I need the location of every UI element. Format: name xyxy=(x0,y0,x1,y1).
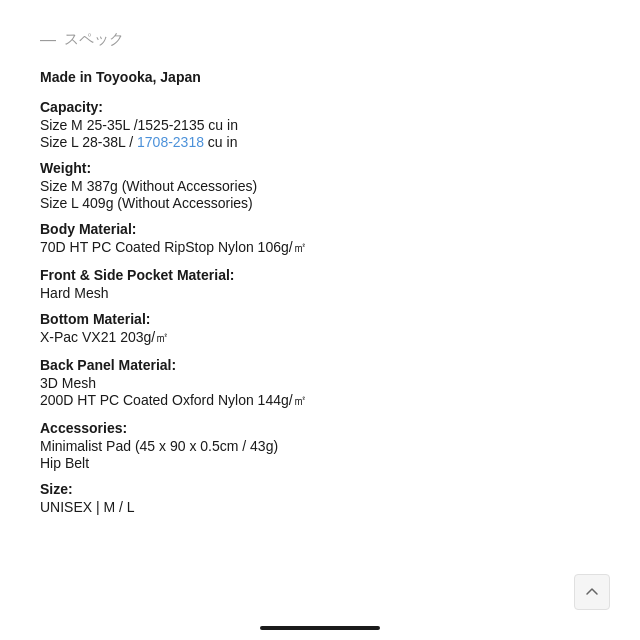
bottom-bar xyxy=(260,626,380,630)
body-material-label: Body Material: xyxy=(40,221,600,237)
body-material-value: 70D HT PC Coated RipStop Nylon 106g/㎡ xyxy=(40,239,600,257)
section-header: — スペック xyxy=(40,30,600,49)
size-label: Size: xyxy=(40,481,600,497)
made-in: Made in Toyooka, Japan xyxy=(40,69,600,85)
back-panel-value1: 3D Mesh xyxy=(40,375,600,391)
accessories-label: Accessories: xyxy=(40,420,600,436)
capacity-size-m: Size M 25-35L /1525-2135 cu in xyxy=(40,117,600,133)
section-title: スペック xyxy=(64,30,124,49)
weight-block: Weight: Size M 387g (Without Accessories… xyxy=(40,160,600,211)
weight-size-m: Size M 387g (Without Accessories) xyxy=(40,178,600,194)
capacity-size-l-prefix: Size L 28-38L / xyxy=(40,134,137,150)
bottom-material-value: X-Pac VX21 203g/㎡ xyxy=(40,329,600,347)
back-panel-block: Back Panel Material: 3D Mesh 200D HT PC … xyxy=(40,357,600,410)
accessories-block: Accessories: Minimalist Pad (45 x 90 x 0… xyxy=(40,420,600,471)
scroll-to-top-button[interactable] xyxy=(574,574,610,610)
front-side-pocket-value: Hard Mesh xyxy=(40,285,600,301)
capacity-size-l-suffix: cu in xyxy=(204,134,237,150)
chevron-up-icon xyxy=(584,584,600,600)
body-material-block: Body Material: 70D HT PC Coated RipStop … xyxy=(40,221,600,257)
back-panel-label: Back Panel Material: xyxy=(40,357,600,373)
accessories-value2: Hip Belt xyxy=(40,455,600,471)
front-side-pocket-block: Front & Side Pocket Material: Hard Mesh xyxy=(40,267,600,301)
front-side-pocket-label: Front & Side Pocket Material: xyxy=(40,267,600,283)
bottom-material-block: Bottom Material: X-Pac VX21 203g/㎡ xyxy=(40,311,600,347)
weight-size-l: Size L 409g (Without Accessories) xyxy=(40,195,600,211)
capacity-block: Capacity: Size M 25-35L /1525-2135 cu in… xyxy=(40,99,600,150)
section-dash: — xyxy=(40,31,56,49)
capacity-size-l-link[interactable]: 1708-2318 xyxy=(137,134,204,150)
accessories-value1: Minimalist Pad (45 x 90 x 0.5cm / 43g) xyxy=(40,438,600,454)
page-container: — スペック Made in Toyooka, Japan Capacity: … xyxy=(0,0,640,640)
weight-label: Weight: xyxy=(40,160,600,176)
capacity-label: Capacity: xyxy=(40,99,600,115)
capacity-size-l: Size L 28-38L / 1708-2318 cu in xyxy=(40,134,600,150)
back-panel-value2: 200D HT PC Coated Oxford Nylon 144g/㎡ xyxy=(40,392,600,410)
size-value: UNISEX | M / L xyxy=(40,499,600,515)
size-block: Size: UNISEX | M / L xyxy=(40,481,600,515)
bottom-material-label: Bottom Material: xyxy=(40,311,600,327)
